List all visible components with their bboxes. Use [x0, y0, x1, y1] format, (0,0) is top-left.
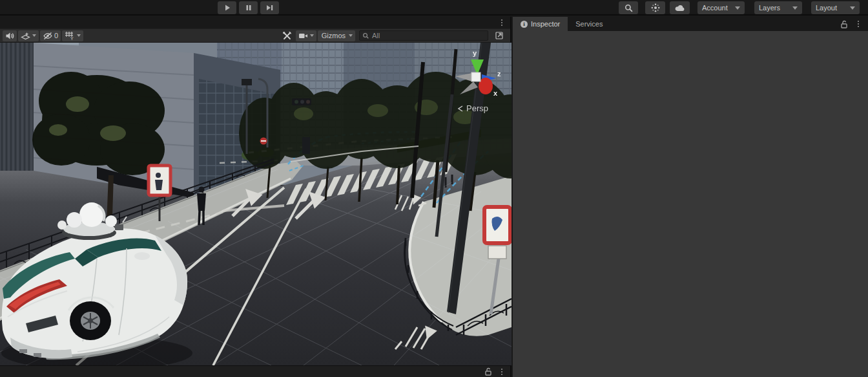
scene-view-panel: 0 Y — [0, 17, 512, 377]
scene-viewport[interactable]: y z x Persp — [0, 43, 512, 365]
pause-button[interactable] — [239, 1, 258, 14]
chevron-down-icon — [349, 34, 353, 37]
wrench-screwdriver-icon — [282, 31, 292, 40]
scene-tools-button[interactable] — [280, 30, 294, 41]
global-search-button[interactable] — [619, 1, 638, 14]
scene-camera-dropdown[interactable] — [296, 30, 316, 41]
scene-search-field[interactable] — [359, 30, 488, 41]
play-controls — [218, 1, 279, 14]
gizmo-z-label: z — [497, 70, 501, 78]
gizmo-x-label: x — [493, 89, 498, 97]
activity-indicator-button[interactable] — [645, 1, 665, 14]
grid-axis-label: Y — [70, 36, 74, 41]
scene-audio-toggle[interactable] — [3, 30, 17, 41]
scene-toolbar: 0 Y — [0, 28, 510, 43]
tab-services[interactable]: Services — [568, 17, 610, 31]
camera-projection-label[interactable]: Persp — [466, 103, 488, 113]
chevron-down-icon — [735, 6, 740, 10]
inspector-menu-button[interactable] — [855, 21, 862, 27]
info-icon: i — [521, 21, 528, 28]
play-icon — [223, 4, 231, 12]
scene-render: y z x Persp — [0, 43, 512, 365]
search-icon — [362, 32, 369, 39]
pause-icon — [245, 4, 253, 12]
unlocked-padlock-icon[interactable] — [840, 20, 848, 28]
gizmos-dropdown[interactable]: Gizmos — [318, 30, 355, 41]
account-dropdown[interactable]: Account — [698, 1, 745, 14]
unlocked-padlock-icon[interactable] — [484, 367, 492, 376]
layers-dropdown[interactable]: Layers — [754, 1, 802, 14]
scene-bottom-strip — [0, 365, 510, 377]
speaker-icon — [5, 32, 14, 40]
effects-icon — [21, 32, 30, 40]
inspector-panel: i Inspector Services — [513, 17, 868, 377]
tab-inspector[interactable]: i Inspector — [513, 17, 568, 31]
chevron-down-icon — [77, 34, 81, 37]
gizmo-center-cube[interactable] — [471, 72, 480, 81]
gizmos-dropdown-label: Gizmos — [320, 32, 347, 39]
cloud-services-button[interactable] — [670, 1, 690, 14]
step-button[interactable] — [260, 1, 279, 14]
tab-inspector-label: Inspector — [531, 20, 560, 28]
grid-icon: Y — [65, 31, 75, 40]
inspector-tabbar: i Inspector Services — [513, 17, 868, 31]
scene-tabstrip — [0, 17, 510, 28]
search-icon — [625, 4, 633, 12]
gizmo-y-label: y — [473, 49, 477, 57]
cloud-icon — [675, 5, 685, 12]
camera-icon — [298, 32, 308, 39]
unity-editor-window: Account Layers Layout — [0, 0, 868, 377]
open-in-window-button[interactable] — [492, 30, 506, 41]
activity-indicator-icon — [651, 3, 660, 12]
layers-dropdown-label: Layers — [759, 4, 780, 12]
eye-hidden-icon — [43, 32, 53, 40]
main-toolbar: Account Layers Layout — [0, 0, 868, 16]
scene-bottom-menu-button[interactable] — [499, 369, 505, 375]
play-button[interactable] — [218, 1, 236, 14]
chevron-down-icon — [310, 34, 314, 37]
step-icon — [265, 4, 274, 12]
layout-dropdown[interactable]: Layout — [811, 1, 860, 14]
chevron-down-icon — [32, 34, 36, 37]
scene-visibility-toggle[interactable]: 0 — [40, 30, 61, 41]
toolbar-right-cluster: Account Layers Layout — [619, 1, 860, 14]
chevron-down-icon — [792, 6, 798, 10]
chevron-down-icon — [850, 6, 855, 10]
layout-dropdown-label: Layout — [816, 4, 837, 12]
scene-search-input[interactable] — [372, 32, 485, 39]
scene-grid-dropdown[interactable]: Y — [62, 30, 83, 41]
inspector-body-empty — [513, 31, 868, 377]
scene-visibility-count: 0 — [54, 32, 58, 39]
tab-services-label: Services — [575, 20, 603, 28]
scene-panel-menu-button[interactable] — [499, 19, 505, 26]
account-dropdown-label: Account — [702, 4, 728, 12]
scene-effects-dropdown[interactable] — [18, 30, 39, 41]
open-in-window-icon — [495, 31, 504, 40]
